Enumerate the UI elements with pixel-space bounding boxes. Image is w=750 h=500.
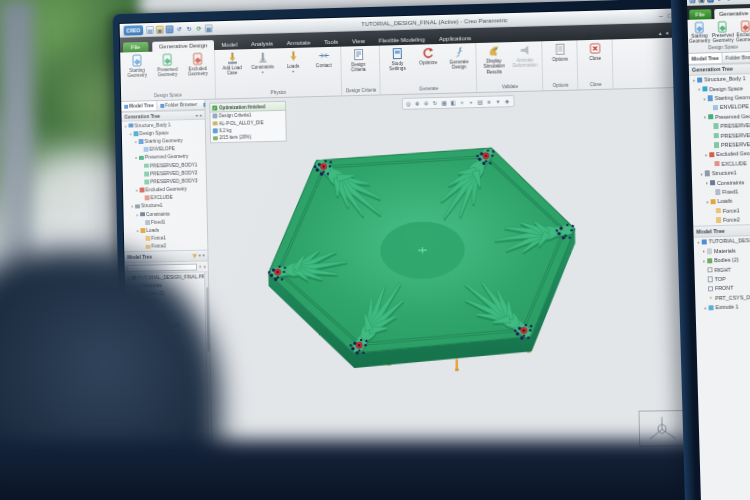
excluded-geometry-button[interactable]: Excluded Geometry bbox=[183, 51, 213, 77]
creo-logo[interactable]: CREO bbox=[124, 25, 144, 35]
filter-funnel-icon[interactable]: ⧩ bbox=[192, 252, 197, 259]
contact-icon bbox=[317, 49, 330, 62]
tree-item-label: Excluded Geometry bbox=[146, 187, 187, 193]
starting-geometry-button[interactable]: Starting Geometry bbox=[689, 21, 711, 44]
panel-tab-label: Model Tree bbox=[691, 55, 718, 62]
tree-settings-icon[interactable]: ▾ bbox=[199, 252, 201, 259]
csys-display-icon[interactable]: ▾ bbox=[494, 97, 502, 105]
study-settings-icon bbox=[391, 47, 404, 60]
panel-tab-folder-brow[interactable]: Folder Brow bbox=[723, 51, 750, 62]
display-style-icon[interactable]: ◧ bbox=[449, 99, 457, 107]
body-icon bbox=[128, 123, 133, 128]
design-criteria-button[interactable]: Design Criteria bbox=[343, 47, 373, 73]
plane-display-icon[interactable]: + bbox=[467, 98, 475, 106]
ribbon-group-close: CloseClose bbox=[578, 39, 614, 89]
search-options-icon[interactable]: ▾ bbox=[204, 264, 206, 269]
windows-icon[interactable]: ▦ bbox=[205, 24, 213, 32]
panel-tab-model-tree[interactable]: Model Tree bbox=[121, 101, 157, 111]
ribbon-group-validate: Display Simulation ResultsAnimate Deform… bbox=[477, 41, 544, 92]
tree-filter-icon[interactable]: ▾ bbox=[200, 112, 202, 117]
simulation-results-button[interactable]: Display Simulation Results bbox=[479, 43, 510, 75]
open-folder-icon[interactable]: ▣ bbox=[698, 0, 705, 3]
tab-file[interactable]: File bbox=[123, 41, 148, 52]
preserved-body-icon bbox=[713, 123, 719, 129]
constraints-button[interactable]: Constraints▾ bbox=[247, 49, 277, 75]
preserved-geometry-button[interactable]: Preserved Geometry bbox=[712, 21, 734, 44]
shading-style-icon[interactable]: ▦ bbox=[440, 99, 448, 107]
starting-geometry-icon bbox=[130, 54, 143, 67]
repaint-icon[interactable]: ↻ bbox=[431, 99, 439, 107]
plane-icon bbox=[708, 277, 714, 283]
load-case-button[interactable]: Add Load Case bbox=[217, 50, 247, 76]
options-icon bbox=[553, 43, 566, 56]
preserved-geometry-button[interactable]: Preserved Geometry bbox=[152, 52, 182, 78]
materials-icon bbox=[707, 248, 713, 254]
button-label: Starting Geometry bbox=[127, 68, 147, 79]
collapse-ribbon-icon[interactable]: ▴ bbox=[659, 30, 662, 36]
tab-tools[interactable]: Tools bbox=[317, 36, 345, 47]
contact-button[interactable]: Contact bbox=[309, 48, 339, 69]
force-icon bbox=[145, 236, 150, 241]
button-label: Options bbox=[552, 57, 568, 63]
graphics-viewport[interactable]: ✓ Optimization finished Design Criteria1… bbox=[205, 88, 694, 461]
spin-center-icon[interactable]: ⌖ bbox=[458, 98, 466, 106]
undo-icon[interactable]: ↺ bbox=[716, 0, 723, 2]
new-doc-icon[interactable]: ▤ bbox=[689, 0, 696, 3]
tab-generative-design[interactable]: Generative De bbox=[714, 8, 750, 19]
new-doc-icon[interactable]: ▤ bbox=[146, 25, 154, 33]
tree-item-label: Preserved Geometry bbox=[145, 154, 188, 160]
minimize-button[interactable]: – bbox=[659, 12, 663, 19]
save-icon[interactable]: ▥ bbox=[707, 0, 714, 2]
starting-geometry-button[interactable]: Starting Geometry bbox=[122, 53, 152, 79]
button-label: Contact bbox=[316, 63, 332, 69]
panel-tab-folder-browser[interactable]: Folder Browser bbox=[157, 100, 200, 110]
perspective-icon[interactable]: ◈ bbox=[503, 97, 511, 105]
button-label: Add Load Case bbox=[222, 65, 242, 76]
refit-icon[interactable]: ◎ bbox=[404, 100, 412, 108]
force-icon bbox=[716, 217, 722, 223]
tree-item-label: EXCLUDE bbox=[721, 160, 747, 167]
generative-design-model[interactable] bbox=[257, 136, 600, 392]
optimization-tracker: ✓ Optimization finished Design Criteria1… bbox=[209, 101, 287, 143]
save-icon[interactable]: ▥ bbox=[166, 25, 174, 33]
zoom-out-icon[interactable]: ⊖ bbox=[422, 99, 430, 107]
tree-item-label: PRESERVED_BODY1 bbox=[720, 122, 750, 130]
loads-button[interactable]: Loads▾ bbox=[278, 49, 308, 75]
tree-item-label: ENVELOPE bbox=[720, 104, 749, 111]
undo-icon[interactable]: ↺ bbox=[175, 25, 183, 33]
tracker-value: Design Criteria1 bbox=[219, 113, 251, 119]
tree-columns-icon[interactable]: ▾ bbox=[203, 252, 205, 259]
redo-icon[interactable]: ↻ bbox=[725, 0, 732, 2]
generate-design-button[interactable]: Generate Design bbox=[444, 44, 474, 70]
tree-item[interactable]: ▸Extrude 1 bbox=[695, 301, 750, 312]
tree-item[interactable]: Force2 bbox=[124, 241, 207, 251]
tree-icon bbox=[124, 104, 128, 108]
excluded-geometry-icon bbox=[709, 152, 715, 158]
point-display-icon[interactable]: ≡ bbox=[485, 98, 493, 106]
options-button[interactable]: Options bbox=[545, 41, 576, 62]
zoom-in-icon[interactable]: ⊕ bbox=[413, 99, 421, 107]
status-dot-icon[interactable]: ● bbox=[665, 30, 668, 36]
tree-item-label: PRESERVED_BODY3 bbox=[721, 140, 750, 148]
tree-item-label: Structure_Body 1 bbox=[704, 75, 746, 82]
axis-display-icon[interactable]: ▤ bbox=[476, 98, 484, 106]
redo-icon[interactable]: ↻ bbox=[185, 24, 193, 32]
panel-tab-model-tree[interactable]: Model Tree bbox=[688, 52, 722, 63]
close-tool-button[interactable]: Close bbox=[580, 40, 611, 61]
force-icon bbox=[146, 244, 151, 249]
tree-item-label: PRESERVED_BODY3 bbox=[150, 178, 197, 184]
part-icon bbox=[702, 239, 708, 245]
tab-file[interactable]: File bbox=[689, 9, 711, 20]
study-settings-button[interactable]: Study Settings bbox=[382, 46, 412, 72]
material-icon bbox=[213, 121, 218, 126]
open-folder-icon[interactable]: ▣ bbox=[156, 25, 164, 33]
envelope-icon bbox=[713, 105, 719, 111]
excluded-geometry-button[interactable]: Excluded Geometry bbox=[735, 20, 750, 43]
excluded-body-icon bbox=[145, 196, 150, 201]
regenerate-icon[interactable]: ⟳ bbox=[195, 24, 203, 32]
ribbon-group-options: OptionsOptions bbox=[543, 40, 579, 90]
clear-search-icon[interactable]: × bbox=[199, 264, 202, 269]
optimize-button[interactable]: Optimize bbox=[413, 45, 443, 66]
tab-view[interactable]: View bbox=[345, 35, 372, 46]
tree-settings-icon[interactable]: ▾ bbox=[196, 112, 198, 117]
